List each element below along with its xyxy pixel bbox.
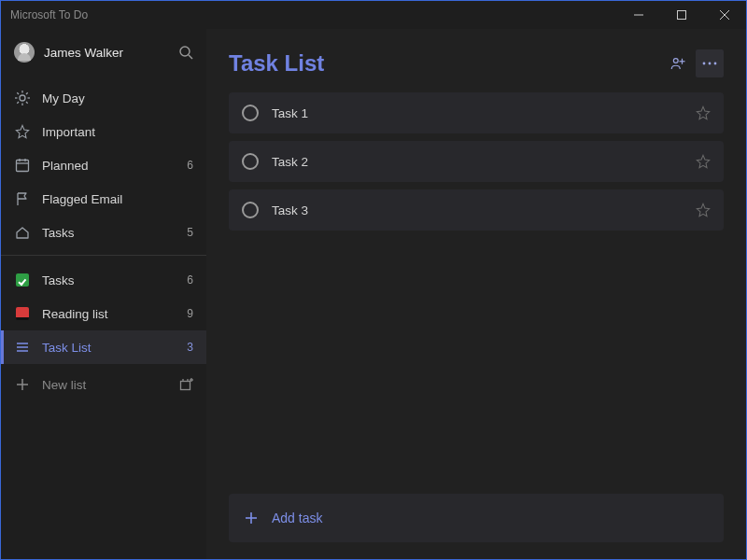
svg-point-29 [673, 59, 678, 63]
sidebar-item-count: 9 [187, 307, 193, 320]
sidebar-item-label: Flagged Email [42, 192, 193, 206]
svg-line-11 [17, 92, 19, 94]
sidebar: James Walker My Day Importan [1, 29, 206, 559]
sidebar-item-flagged[interactable]: Flagged Email [1, 182, 206, 216]
sidebar-item-label: Tasks [42, 273, 187, 287]
window-minimize-button[interactable] [617, 1, 660, 29]
svg-line-5 [189, 55, 192, 59]
main-pane: Task List Task 1 [206, 29, 746, 559]
task-list: Task 1 Task 2 Task 3 [229, 92, 724, 481]
sidebar-item-label: Planned [42, 159, 187, 173]
sidebar-item-count: 5 [187, 226, 193, 239]
smart-lists: My Day Important Planned 6 [1, 79, 206, 249]
user-lists: Tasks 6 Reading list 9 Task List 3 [1, 261, 206, 364]
new-group-icon[interactable] [178, 377, 193, 392]
sidebar-item-count: 6 [187, 159, 193, 172]
main-header: Task List [229, 29, 724, 92]
sidebar-item-reading[interactable]: Reading list 9 [1, 297, 206, 330]
titlebar: Microsoft To Do [1, 1, 746, 29]
task-title: Task 1 [272, 106, 696, 120]
svg-point-4 [180, 47, 190, 56]
svg-line-13 [26, 92, 28, 94]
sidebar-item-tasklist[interactable]: Task List 3 [1, 330, 206, 364]
add-task-label: Add task [272, 511, 322, 525]
profile-row[interactable]: James Walker [1, 29, 206, 79]
window-maximize-button[interactable] [660, 1, 703, 29]
share-button[interactable] [664, 49, 692, 77]
sidebar-item-label: My Day [42, 91, 193, 105]
task-row[interactable]: Task 1 [229, 92, 724, 133]
svg-point-33 [709, 63, 712, 65]
list-color-icon [14, 305, 31, 322]
task-row[interactable]: Task 3 [229, 189, 724, 231]
profile-name: James Walker [44, 46, 123, 60]
sidebar-item-label: Task List [42, 341, 187, 355]
svg-point-32 [703, 63, 706, 65]
sidebar-item-important[interactable]: Important [1, 115, 206, 148]
calendar-icon [14, 157, 31, 174]
sun-icon [14, 90, 31, 106]
flag-icon [14, 190, 31, 207]
svg-line-12 [26, 102, 28, 104]
plus-icon [244, 511, 259, 525]
task-star-button[interactable] [696, 105, 711, 120]
task-title: Task 2 [272, 155, 696, 169]
more-options-button[interactable] [696, 49, 724, 77]
app-title: Microsoft To Do [10, 8, 88, 21]
task-complete-toggle[interactable] [242, 153, 259, 170]
avatar [14, 42, 35, 63]
add-task-input[interactable]: Add task [229, 494, 724, 542]
task-complete-toggle[interactable] [242, 202, 259, 218]
sidebar-item-tasks[interactable]: Tasks 5 [1, 216, 206, 249]
task-star-button[interactable] [696, 154, 711, 169]
window-close-button[interactable] [703, 1, 746, 29]
new-list-label: New list [42, 378, 86, 392]
svg-line-14 [17, 102, 19, 104]
svg-point-34 [714, 63, 717, 65]
list-color-icon [14, 272, 31, 288]
sidebar-item-count: 6 [187, 273, 193, 287]
sidebar-separator [1, 255, 206, 256]
svg-rect-15 [17, 161, 29, 172]
app-window: Microsoft To Do James Walker [0, 0, 747, 560]
sidebar-item-label: Reading list [42, 307, 187, 321]
svg-rect-1 [678, 11, 686, 20]
svg-point-6 [20, 95, 25, 101]
task-complete-toggle[interactable] [242, 105, 259, 121]
plus-icon [14, 376, 31, 393]
sidebar-item-myday[interactable]: My Day [1, 81, 206, 115]
sidebar-item-label: Important [42, 125, 193, 139]
home-icon [14, 224, 31, 241]
list-icon [14, 339, 31, 356]
new-list-row[interactable]: New list [1, 366, 206, 403]
star-icon [14, 123, 31, 140]
sidebar-item-count: 3 [187, 341, 193, 354]
sidebar-item-user-tasks[interactable]: Tasks 6 [1, 263, 206, 297]
sidebar-item-planned[interactable]: Planned 6 [1, 148, 206, 182]
page-title[interactable]: Task List [229, 50, 324, 77]
task-title: Task 3 [272, 203, 696, 217]
task-star-button[interactable] [696, 203, 711, 217]
search-icon[interactable] [178, 45, 193, 60]
svg-rect-24 [181, 382, 190, 390]
task-row[interactable]: Task 2 [229, 141, 724, 182]
sidebar-item-label: Tasks [42, 226, 187, 240]
